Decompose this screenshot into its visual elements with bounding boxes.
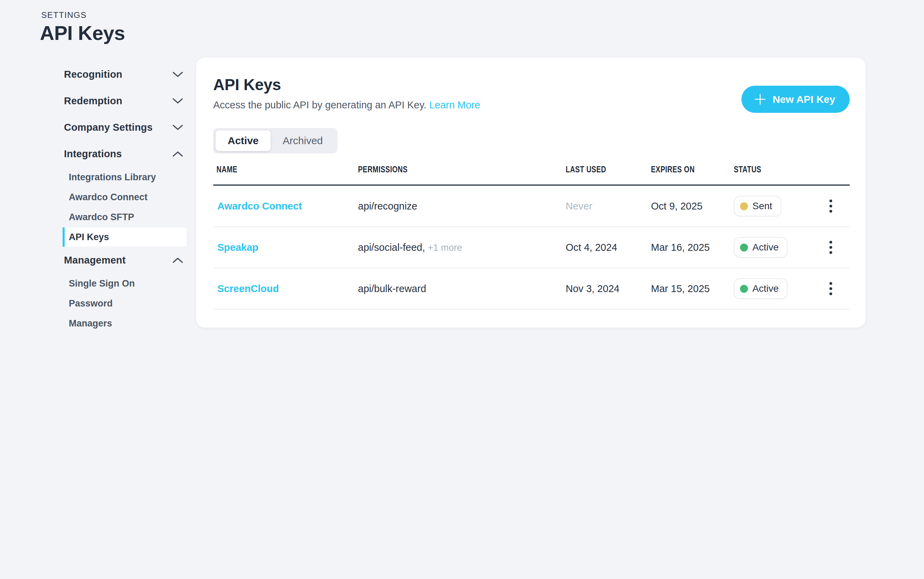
status-dot-icon <box>740 285 748 293</box>
status-badge-label: Sent <box>753 201 772 212</box>
learn-more-link[interactable]: Learn More <box>429 100 480 110</box>
sidebar-item-password[interactable]: Password <box>63 293 187 313</box>
sidebar-item-awardco-connect[interactable]: Awardco Connect <box>63 187 187 207</box>
sidebar-group-label: Management <box>64 255 126 266</box>
sidebar-group-integrations[interactable]: Integrations <box>63 141 187 167</box>
panel-header-text: API Keys Access the public API by genera… <box>213 75 480 111</box>
settings-sidebar: Recognition Redemption Company Settings … <box>63 61 187 334</box>
permissions-more-text: +1 more <box>428 242 462 253</box>
last-used-cell: Oct 4, 2024 <box>566 242 651 253</box>
column-header-expires-on: EXPIRES ON <box>651 164 717 174</box>
sidebar-group-label: Company Settings <box>64 122 153 133</box>
api-key-name-link[interactable]: Speakap <box>217 242 258 253</box>
table-row: Speakap api/social-feed,+1 more Oct 4, 2… <box>213 227 850 268</box>
sidebar-item-managers[interactable]: Managers <box>63 313 187 334</box>
page-title: API Keys <box>40 21 125 44</box>
sidebar-group-label: Integrations <box>64 148 122 160</box>
status-cell: Sent <box>734 196 823 216</box>
chevron-up-icon <box>173 257 183 263</box>
chevron-down-icon <box>173 98 183 104</box>
status-cell: Active <box>734 237 823 258</box>
sidebar-item-awardco-sftp[interactable]: Awardco SFTP <box>63 207 187 227</box>
panel-header: API Keys Access the public API by genera… <box>213 75 850 113</box>
api-keys-panel: API Keys Access the public API by genera… <box>196 57 866 328</box>
panel-subtitle: Access the public API by generating an A… <box>213 100 480 111</box>
sidebar-group-redemption[interactable]: Redemption <box>63 88 187 114</box>
expires-on-cell: Oct 9, 2025 <box>651 201 734 212</box>
panel-subtitle-text: Access the public API by generating an A… <box>213 100 426 110</box>
settings-eyebrow: SETTINGS <box>41 10 87 20</box>
column-header-name: NAME <box>213 164 329 174</box>
api-key-name-link[interactable]: ScreenCloud <box>217 283 279 294</box>
status-cell: Active <box>734 278 823 299</box>
permissions-text: api/bulk-reward <box>358 283 426 294</box>
plus-icon <box>754 93 767 106</box>
panel-title: API Keys <box>213 75 480 94</box>
sidebar-group-label: Recognition <box>64 69 122 80</box>
chevron-down-icon <box>173 72 183 77</box>
sidebar-group-label: Redemption <box>64 95 122 107</box>
new-api-key-button-label: New API Key <box>773 93 835 105</box>
table-row: Awardco Connect api/recognize Never Oct … <box>213 186 850 227</box>
sidebar-group-company-settings[interactable]: Company Settings <box>63 114 187 141</box>
status-badge: Sent <box>734 196 781 216</box>
table-header-row: NAME PERMISSIONS LAST USED EXPIRES ON ST… <box>213 164 850 186</box>
column-header-permissions: PERMISSIONS <box>358 164 524 174</box>
status-dot-icon <box>740 244 748 252</box>
permissions-cell: api/recognize <box>358 201 566 212</box>
api-keys-table: NAME PERMISSIONS LAST USED EXPIRES ON ST… <box>213 164 850 310</box>
chevron-up-icon <box>173 151 183 157</box>
status-badge: Active <box>734 237 787 258</box>
kebab-menu-icon[interactable] <box>826 279 836 299</box>
column-header-last-used: LAST USED <box>566 164 634 174</box>
kebab-menu-icon[interactable] <box>826 237 836 257</box>
last-used-cell: Never <box>566 201 651 212</box>
tab-archived[interactable]: Archived <box>271 130 335 151</box>
status-filter-tabs: Active Archived <box>213 128 337 154</box>
kebab-menu-icon[interactable] <box>826 196 836 216</box>
sidebar-group-recognition[interactable]: Recognition <box>63 61 187 88</box>
tab-active[interactable]: Active <box>215 130 271 151</box>
permissions-text: api/recognize <box>358 201 418 212</box>
new-api-key-button[interactable]: New API Key <box>741 86 850 113</box>
sidebar-item-api-keys[interactable]: API Keys <box>63 227 187 247</box>
sidebar-group-management[interactable]: Management <box>63 247 187 273</box>
permissions-cell: api/bulk-reward <box>358 283 566 294</box>
table-row: ScreenCloud api/bulk-reward Nov 3, 2024 … <box>213 268 850 310</box>
sidebar-item-integrations-library[interactable]: Integrations Library <box>63 167 187 187</box>
status-badge-label: Active <box>753 283 779 294</box>
expires-on-cell: Mar 16, 2025 <box>651 242 734 253</box>
expires-on-cell: Mar 15, 2025 <box>651 283 734 294</box>
sidebar-item-single-sign-on[interactable]: Single Sign On <box>63 273 187 293</box>
permissions-text: api/social-feed, <box>358 242 425 253</box>
last-used-cell: Nov 3, 2024 <box>566 283 651 294</box>
chevron-down-icon <box>173 124 183 130</box>
column-header-status: STATUS <box>734 164 805 174</box>
status-dot-icon <box>740 202 748 210</box>
status-badge-label: Active <box>753 242 779 253</box>
api-key-name-link[interactable]: Awardco Connect <box>217 201 302 212</box>
permissions-cell: api/social-feed,+1 more <box>358 242 566 253</box>
status-badge: Active <box>734 278 787 299</box>
